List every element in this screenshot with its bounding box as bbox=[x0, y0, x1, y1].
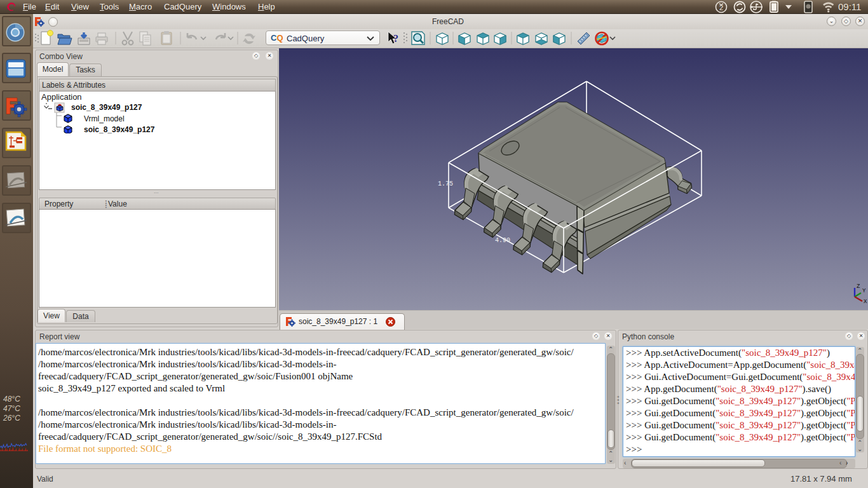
svg-text:Z: Z bbox=[857, 283, 860, 290]
svg-text:1.75: 1.75 bbox=[438, 180, 453, 187]
svg-text:48°C: 48°C bbox=[3, 395, 20, 403]
svg-text:47°C: 47°C bbox=[3, 404, 20, 413]
svg-text:4.90: 4.90 bbox=[495, 237, 510, 244]
svg-text:Y: Y bbox=[862, 288, 866, 294]
svg-text:?: ? bbox=[393, 33, 398, 44]
svg-text:X: X bbox=[864, 299, 867, 305]
svg-text:26°C: 26°C bbox=[3, 414, 20, 423]
